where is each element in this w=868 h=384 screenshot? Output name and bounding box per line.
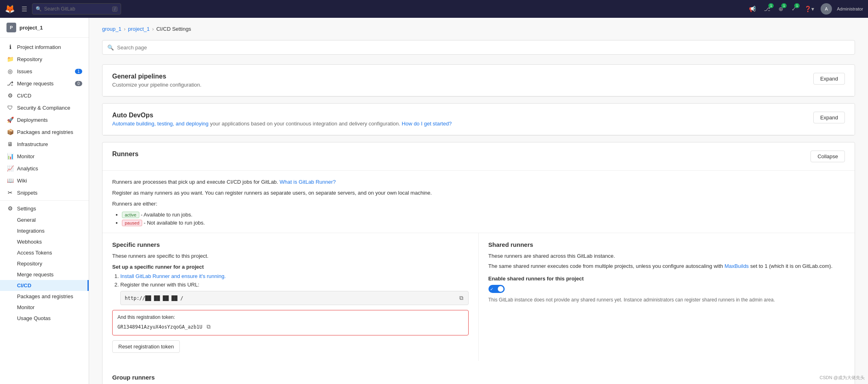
specific-runners-col: Specific runners These runners are speci…	[102, 233, 479, 361]
sidebar-sub-merge-requests[interactable]: Merge requests	[0, 269, 89, 280]
sidebar-item-label: Monitor	[17, 153, 34, 159]
sidebar-divider	[0, 200, 89, 201]
breadcrumb-project[interactable]: project_1	[128, 26, 149, 32]
sub-cicd-label: CI/CD	[17, 282, 31, 289]
sidebar-item-repository[interactable]: 📁 Repository	[0, 53, 89, 65]
sidebar-sub-repository[interactable]: Repository	[0, 258, 89, 269]
project-info-icon: ℹ	[6, 44, 14, 50]
todo-nav-button[interactable]: ✓1	[790, 4, 798, 14]
setup-steps-list: Install GitLab Runner and ensure it's ru…	[120, 273, 469, 305]
sidebar-item-label: Snippets	[17, 190, 38, 196]
shared-runners-col: Shared runners These runners are shared …	[479, 233, 855, 361]
autodevops-help-link[interactable]: How do I get started?	[402, 121, 452, 127]
sub-usage-quotas-label: Usage Quotas	[17, 315, 51, 321]
sidebar-item-merge-requests[interactable]: ⎇ Merge requests 0	[0, 77, 89, 89]
sub-access-tokens-label: Access Tokens	[17, 250, 52, 256]
sidebar-sub-monitor[interactable]: Monitor	[0, 302, 89, 313]
gitlab-logo: 🦊	[5, 4, 15, 14]
paused-desc: - Not available to run jobs.	[144, 220, 205, 226]
search-input[interactable]	[44, 6, 110, 12]
runners-description: Runners are processes that pick up and e…	[112, 179, 845, 185]
search-icon: 🔍	[36, 6, 42, 12]
deployments-icon: 🚀	[6, 117, 14, 123]
specific-runners-desc: These runners are specific to this proje…	[112, 253, 469, 259]
breadcrumb: group_1 › project_1 › CI/CD Settings	[102, 26, 855, 32]
sidebar-sub-webhooks[interactable]: Webhooks	[0, 236, 89, 247]
token-box: And this registration token: GR1348941Az…	[112, 310, 469, 335]
runner-url-value: http://██ ██ ██ ██ /	[125, 295, 455, 301]
merge-request-nav-button[interactable]: ⎇1	[762, 4, 772, 14]
project-header[interactable]: P project_1	[0, 18, 89, 38]
sidebar-item-project-info[interactable]: ℹ Project information	[0, 41, 89, 53]
auto-devops-expand-button[interactable]: Expand	[813, 112, 845, 123]
specific-runners-title: Specific runners	[112, 241, 469, 248]
sidebar-item-snippets[interactable]: ✂ Snippets	[0, 187, 89, 199]
general-pipelines-title: General pipelines	[112, 73, 201, 80]
cicd-icon: ⚙	[6, 92, 14, 99]
paused-badge: paused	[122, 220, 142, 226]
auto-devops-desc: Automate building, testing, and deployin…	[112, 121, 452, 127]
runners-either-text: Runners are either:	[112, 201, 845, 207]
sidebar-item-security[interactable]: 🛡 Security & Compliance	[0, 102, 89, 114]
install-runner-link[interactable]: Install GitLab Runner and ensure it's ru…	[120, 273, 226, 279]
user-avatar-button[interactable]: A	[821, 3, 832, 15]
sidebar-sub-access-tokens[interactable]: Access Tokens	[0, 247, 89, 258]
sidebar-item-label: Analytics	[17, 165, 38, 172]
active-badge: active	[122, 212, 139, 218]
reset-registration-token-button[interactable]: Reset registration token	[112, 340, 180, 353]
enable-shared-runners-toggle[interactable]: ✓	[488, 285, 505, 293]
sidebar-item-wiki[interactable]: 📖 Wiki	[0, 174, 89, 187]
sub-webhooks-label: Webhooks	[17, 239, 42, 245]
sidebar-item-label: Security & Compliance	[17, 105, 70, 111]
setup-title: Set up a specific runner for a project	[112, 264, 469, 270]
runners-title: Runners	[112, 151, 139, 158]
sidebar-item-analytics[interactable]: 📈 Analytics	[0, 162, 89, 174]
autodevops-link[interactable]: Automate building, testing, and deployin…	[112, 121, 209, 127]
sidebar-sub-packages[interactable]: Packages and registries	[0, 291, 89, 302]
sidebar-sub-general[interactable]: General	[0, 214, 89, 225]
general-pipelines-expand-button[interactable]: Expand	[813, 73, 845, 85]
maxbuilds-link[interactable]: MaxBuilds	[725, 263, 749, 269]
hamburger-button[interactable]: ☰	[20, 4, 29, 15]
token-value-row: GR1348941AzyuX4osYzqoGA_azb1U ⧉	[117, 322, 463, 331]
page-search-bar: 🔍	[102, 40, 855, 55]
issues-icon: ◎	[6, 68, 14, 74]
sidebar-item-label: Merge requests	[17, 81, 53, 87]
sidebar-item-infrastructure[interactable]: 🖥 Infrastructure	[0, 138, 89, 150]
sidebar-sub-cicd[interactable]: CI/CD	[0, 280, 89, 291]
issues-nav-button[interactable]: ⊕1	[777, 4, 785, 14]
wiki-icon: 📖	[6, 177, 14, 184]
broadcast-button[interactable]: 📢	[747, 4, 757, 14]
sidebar-item-packages[interactable]: 📦 Packages and registries	[0, 126, 89, 138]
sub-merge-requests-label: Merge requests	[17, 272, 53, 278]
help-button[interactable]: ❓▾	[803, 4, 816, 14]
runners-paused-item: paused - Not available to run jobs.	[122, 220, 845, 226]
sidebar-item-cicd[interactable]: ⚙ CI/CD	[0, 89, 89, 102]
sidebar-nav: ℹ Project information 📁 Repository ◎ Iss…	[0, 38, 89, 327]
settings-icon: ⚙	[6, 205, 14, 212]
sidebar-sub-usage-quotas[interactable]: Usage Quotas	[0, 313, 89, 324]
breadcrumb-sep-1: ›	[124, 26, 126, 32]
sub-packages-label: Packages and registries	[17, 293, 73, 299]
breadcrumb-group[interactable]: group_1	[102, 26, 122, 32]
sidebar-item-label: Project information	[17, 44, 61, 50]
sidebar-item-issues[interactable]: ◎ Issues 1	[0, 65, 89, 77]
general-pipelines-desc: Customize your pipeline configuration.	[112, 82, 201, 88]
runners-columns: Specific runners These runners are speci…	[102, 233, 855, 361]
runners-status-list: active - Available to run jobs. paused -…	[122, 212, 845, 226]
page-search-icon: 🔍	[107, 45, 114, 51]
what-is-runner-link[interactable]: What is GitLab Runner?	[279, 179, 336, 185]
runners-header: Runners Collapse	[102, 142, 855, 171]
copy-token-button[interactable]: ⧉	[206, 322, 211, 331]
sidebar-item-deployments[interactable]: 🚀 Deployments	[0, 114, 89, 126]
runners-collapse-button[interactable]: Collapse	[810, 151, 845, 162]
sidebar-item-settings[interactable]: ⚙ Settings	[0, 202, 89, 214]
sidebar-sub-integrations[interactable]: Integrations	[0, 225, 89, 236]
sidebar-item-label: Packages and registries	[17, 129, 73, 135]
sidebar-item-monitor[interactable]: 📊 Monitor	[0, 150, 89, 162]
page-search-input[interactable]	[117, 45, 850, 51]
packages-icon: 📦	[6, 129, 14, 135]
general-pipelines-header: General pipelines Customize your pipelin…	[102, 65, 855, 96]
copy-url-button[interactable]: ⧉	[459, 294, 464, 302]
sidebar-item-label: Settings	[17, 206, 36, 212]
